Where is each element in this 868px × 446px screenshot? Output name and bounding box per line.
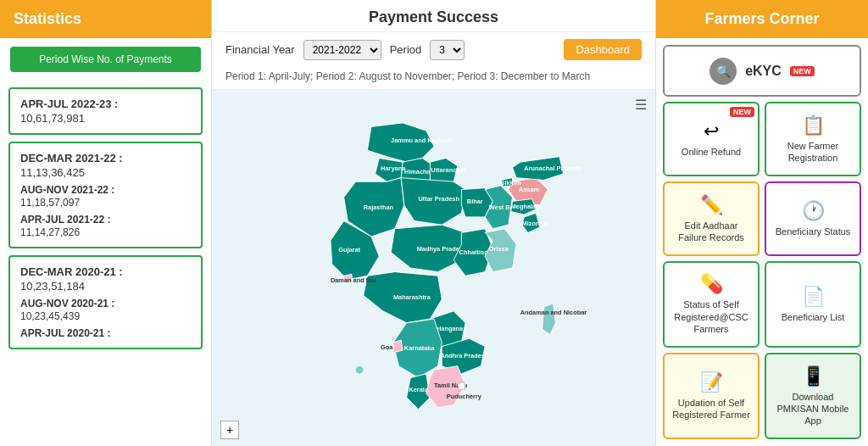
center-panel: Payment Success Financial Year 2021-2022… [212, 0, 656, 446]
online-refund-label: Online Refund [682, 146, 741, 158]
stat-sub-label-3a: AUG-NOV 2020-21 : [20, 298, 191, 309]
stats-content: APR-JUL 2022-23 : 10,61,73,981 DEC-MAR 2… [0, 81, 211, 446]
online-refund-icon: ↩ [704, 120, 719, 142]
statistics-title: Statistics [14, 10, 198, 28]
stat-label-1: APR-JUL 2022-23 : [20, 98, 191, 110]
center-controls: Financial Year 2021-2022 2022-2023 2020-… [212, 32, 655, 67]
period-wise-button[interactable]: Period Wise No. of Payments [10, 47, 201, 72]
online-refund-new-badge: NEW [730, 107, 754, 117]
stat-sub-value-2b: 11,14,27,826 [20, 226, 191, 238]
financial-year-label: Financial Year [225, 43, 295, 56]
new-farmer-registration-icon: 📋 [802, 114, 825, 137]
payment-success-title: Payment Success [225, 8, 642, 26]
right-header: Farmers Corner [656, 0, 868, 38]
svg-marker-22 [510, 199, 536, 215]
beneficiary-status-card[interactable]: 🕐 Beneficiary Status [765, 181, 861, 256]
online-refund-card[interactable]: ↩ Online Refund NEW [663, 102, 760, 176]
svg-marker-52 [542, 304, 555, 335]
updation-self-registered-label: Updation of Self Registered Farmer [670, 397, 753, 421]
stat-value-3: 10,23,51,184 [20, 280, 191, 293]
updation-self-registered-card[interactable]: 📝 Updation of Self Registered Farmer [663, 353, 760, 439]
new-farmer-registration-label: New Farmer Registration [771, 140, 854, 164]
stat-sub-value-2a: 11,18,57,097 [20, 197, 191, 209]
svg-marker-20 [512, 157, 563, 181]
svg-marker-18 [500, 178, 512, 187]
zoom-plus-button[interactable]: + [220, 421, 239, 439]
beneficiary-list-card[interactable]: 📄 Beneficiary List [765, 261, 861, 348]
new-farmer-registration-card[interactable]: 📋 New Farmer Registration [765, 102, 861, 176]
status-self-registered-card[interactable]: 💊 Status of Self Registered@CSC Farmers [663, 261, 760, 348]
financial-year-select[interactable]: 2021-2022 2022-2023 2020-2021 [303, 40, 381, 60]
stat-value-1: 10,61,73,981 [20, 112, 191, 125]
stat-label-2: DEC-MAR 2021-22 : [20, 152, 191, 164]
updation-self-registered-icon: 📝 [700, 371, 723, 393]
svg-marker-24 [521, 213, 539, 232]
dashboard-button[interactable]: Dashboard [564, 39, 642, 60]
center-header: Payment Success [212, 0, 655, 32]
india-map-svg: Jammu and Kashmir Himachal Pradesh Uttar… [273, 111, 595, 425]
map-zoom-controls: + [220, 421, 239, 439]
stat-sub-label-3b: APR-JUL 2020-21 : [20, 327, 191, 339]
svg-point-54 [355, 366, 363, 374]
period-select[interactable]: 1 2 3 [430, 40, 465, 60]
svg-marker-36 [343, 274, 352, 282]
svg-marker-34 [363, 272, 442, 323]
stat-sub-label-2a: AUG-NOV 2021-22 : [20, 184, 191, 196]
stat-sub-value-3a: 10,23,45,439 [20, 310, 191, 322]
beneficiary-list-label: Beneficiary List [782, 311, 845, 323]
ekyc-new-badge: NEW [790, 66, 815, 76]
download-pmkisan-icon: 📱 [802, 365, 825, 387]
left-header: Statistics [0, 0, 211, 38]
ekyc-icon: 🔍 [709, 58, 737, 85]
svg-marker-32 [485, 229, 516, 272]
svg-marker-0 [367, 123, 434, 162]
svg-marker-44 [392, 340, 402, 353]
edit-aadhaar-card[interactable]: ✏️ Edit Aadhaar Failure Records [663, 181, 760, 256]
beneficiary-list-icon: 📄 [802, 286, 825, 308]
period-info: Period 1: April-July; Period 2: August t… [212, 67, 655, 90]
beneficiary-status-label: Beneficiary Status [776, 226, 851, 237]
download-pmkisan-card[interactable]: 📱 Download PMKISAN Mobile App [765, 353, 861, 439]
status-self-registered-icon: 💊 [700, 273, 723, 295]
svg-marker-26 [391, 225, 465, 272]
ekyc-card[interactable]: 🔍 eKYC NEW [663, 45, 861, 97]
map-container: ☰ Jammu and Kashmir Himachal Pradesh Utt… [212, 90, 655, 446]
svg-text:Goa: Goa [381, 343, 393, 351]
beneficiary-status-icon: 🕐 [802, 200, 825, 222]
stat-block-1: APR-JUL 2022-23 : 10,61,73,981 [8, 87, 203, 135]
left-panel: Statistics Period Wise No. of Payments A… [0, 0, 212, 446]
period-label: Period [390, 43, 422, 56]
edit-aadhaar-label: Edit Aadhaar Failure Records [670, 220, 753, 244]
status-self-registered-label: Status of Self Registered@CSC Farmers [670, 298, 753, 335]
stat-label-3: DEC-MAR 2020-21 : [20, 265, 191, 278]
edit-aadhaar-icon: ✏️ [700, 194, 723, 216]
right-panel: Farmers Corner 🔍 eKYC NEW ↩ Online Refun… [656, 0, 868, 446]
stat-block-2: DEC-MAR 2021-22 : 11,13,36,425 AUG-NOV 2… [8, 142, 203, 248]
stat-block-3: DEC-MAR 2020-21 : 10,23,51,184 AUG-NOV 2… [8, 255, 203, 349]
ekyc-label: eKYC [745, 64, 782, 79]
map-menu-icon[interactable]: ☰ [635, 97, 647, 113]
download-pmkisan-label: Download PMKISAN Mobile App [771, 391, 854, 427]
svg-marker-10 [401, 178, 465, 226]
farmers-grid: 🔍 eKYC NEW ↩ Online Refund NEW 📋 New Far… [656, 38, 868, 446]
stat-value-2: 11,13,36,425 [20, 166, 191, 179]
farmers-corner-title: Farmers Corner [670, 10, 854, 28]
stat-sub-label-2b: APR-JUL 2021-22 : [20, 214, 191, 226]
